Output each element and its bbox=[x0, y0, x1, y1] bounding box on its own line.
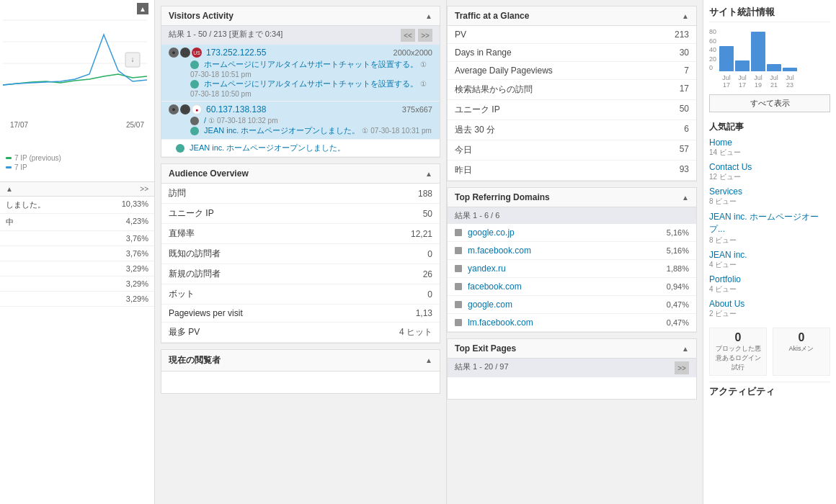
traffic-glance-collapse-button[interactable]: ▲ bbox=[682, 12, 689, 20]
ref-dot bbox=[455, 265, 462, 272]
visitor-2-sub-1: / ① 07-30-18 10:32 pm bbox=[169, 116, 432, 125]
current-visitors-collapse-button[interactable]: ▲ bbox=[425, 356, 432, 364]
left-lower-nav-button[interactable]: >> bbox=[140, 185, 148, 193]
top-exit-header: Top Exit Pages ▲ bbox=[448, 339, 696, 359]
current-visitors-panel: 現在の閲覧者 ▲ bbox=[161, 349, 440, 394]
popular-article-views: 4 ビュー bbox=[709, 260, 830, 270]
ref-domain[interactable]: google.com bbox=[468, 300, 661, 310]
visitor-3-link[interactable]: JEAN inc. ホームページオープンしました。 bbox=[190, 143, 345, 152]
ref-dot bbox=[455, 283, 462, 290]
visitor-2-sub2-time: ① 07-30-18 10:31 pm bbox=[362, 127, 431, 135]
audience-value: 4 ヒット bbox=[342, 323, 440, 343]
audience-overview-collapse-button[interactable]: ▲ bbox=[425, 170, 432, 178]
left-list-value: 3,76% bbox=[126, 249, 148, 258]
ref-domain[interactable]: lm.facebook.com bbox=[468, 318, 661, 328]
stat-akis-label: Akisメン bbox=[776, 344, 827, 354]
audience-label: ユニーク IP bbox=[161, 204, 342, 224]
left-lower-expand-button[interactable]: ▲ bbox=[6, 185, 13, 193]
top-referring-collapse-button[interactable]: ▲ bbox=[682, 194, 689, 202]
visitors-activity-collapse-button[interactable]: ▲ bbox=[425, 12, 432, 20]
top-exit-nav-next[interactable]: >> bbox=[675, 361, 689, 374]
audience-value: 0 bbox=[342, 244, 440, 264]
mini-bar-label-item: Jul 19 bbox=[751, 74, 765, 89]
traffic-row: 検索結果からの訪問17 bbox=[448, 80, 696, 100]
visitor-2-sub2-link[interactable]: JEAN inc. ホームページオープンしました。 bbox=[204, 126, 360, 135]
traffic-value: 213 bbox=[675, 30, 689, 40]
legend-dot-previous bbox=[6, 157, 12, 159]
popular-article-link[interactable]: About Us bbox=[709, 299, 830, 309]
traffic-row: PV213 bbox=[448, 26, 696, 44]
referring-domain-row: facebook.com0,94% bbox=[448, 278, 696, 296]
visitor-2-sub1-icon bbox=[190, 117, 199, 125]
mini-chart-inner: 80 60 40 20 0 Jul 17Jul 17Jul 19Jul 21Ju… bbox=[709, 28, 830, 89]
traffic-glance-panel: Traffic at a Glance ▲ PV213Days in Range… bbox=[447, 6, 697, 181]
ref-domain[interactable]: yandex.ru bbox=[468, 264, 661, 274]
ref-domain[interactable]: facebook.com bbox=[468, 282, 661, 292]
left-list-value: 4,23% bbox=[126, 217, 148, 228]
visitor-2-ip: 60.137.138.138 bbox=[206, 104, 398, 114]
top-referring-title: Top Referring Domains bbox=[455, 192, 550, 202]
current-visitors-body bbox=[161, 372, 440, 393]
legend-label-previous: 7 IP (previous) bbox=[14, 154, 61, 162]
audience-label: ボット bbox=[161, 284, 342, 305]
traffic-label: ユニーク IP bbox=[455, 104, 500, 116]
left-list-item: 3,29% bbox=[0, 276, 154, 292]
popular-article-link[interactable]: JEAN inc. ホームページオープ... bbox=[709, 211, 830, 235]
visitor-2-sub1-link[interactable]: / bbox=[204, 116, 206, 125]
visitors-nav-prev[interactable]: << bbox=[401, 29, 415, 42]
ref-domain[interactable]: m.facebook.com bbox=[468, 246, 661, 256]
popular-article-item: JEAN inc. ホームページオープ...8 ビュー bbox=[709, 211, 830, 246]
ref-pct: 0,47% bbox=[667, 318, 689, 327]
popular-article-views: 8 ビュー bbox=[709, 197, 830, 207]
popular-article-views: 8 ビュー bbox=[709, 235, 830, 246]
show-all-button[interactable]: すべて表示 bbox=[709, 94, 830, 112]
mini-bar-item bbox=[767, 64, 781, 71]
stat-logins-num: 0 bbox=[713, 331, 763, 344]
legend-item-previous: 7 IP (previous) bbox=[6, 154, 148, 162]
visitor-1-sub1-link[interactable]: ホームページにリアルタイムサポートチャットを設置する。 bbox=[204, 60, 418, 68]
left-list-item: 3,76% bbox=[0, 231, 154, 246]
chart-legend: 7 IP (previous) 7 IP bbox=[0, 151, 154, 176]
visitor-2-flag: ● bbox=[192, 104, 202, 114]
left-lower-header: ▲ >> bbox=[0, 181, 154, 197]
chart-x-labels: 17/07 25/07 bbox=[3, 121, 151, 129]
popular-article-link[interactable]: Contact Us bbox=[709, 162, 830, 172]
mini-bar-item bbox=[751, 32, 765, 71]
audience-value: 12,21 bbox=[342, 224, 440, 244]
audience-table-row: 直帰率12,21 bbox=[161, 224, 440, 244]
traffic-label: 過去 30 分 bbox=[455, 124, 495, 136]
stat-logins-label: ブロックした悪意あるログイン試行 bbox=[713, 344, 763, 372]
mini-bar-label-item: Jul 21 bbox=[767, 74, 781, 89]
popular-article-link[interactable]: Services bbox=[709, 186, 830, 197]
audience-table-row: ボット0 bbox=[161, 284, 440, 305]
y-label-0: 0 bbox=[709, 64, 716, 71]
top-exit-nav: >> bbox=[675, 361, 689, 374]
popular-article-link[interactable]: JEAN inc. bbox=[709, 250, 830, 260]
traffic-row: ユニーク IP50 bbox=[448, 100, 696, 120]
top-exit-panel: Top Exit Pages ▲ 結果 1 - 20 / 97 >> bbox=[447, 338, 697, 400]
popular-article-item: Home14 ビュー bbox=[709, 138, 830, 158]
left-panel: ▲ ↓ 17/07 25/0 bbox=[0, 0, 155, 504]
popular-article-views: 4 ビュー bbox=[709, 284, 830, 294]
mini-bar-chart: 80 60 40 20 0 Jul 17Jul 17Jul 19Jul 21Ju… bbox=[709, 28, 830, 89]
visitor-2-sub1-time: ① 07-30-18 10:32 pm bbox=[208, 117, 277, 125]
audience-value: 26 bbox=[342, 264, 440, 284]
left-list-item: 中4,23% bbox=[0, 214, 154, 231]
popular-article-link[interactable]: Portfolio bbox=[709, 274, 830, 284]
ref-pct: 0,94% bbox=[667, 282, 689, 291]
visitor-1-sub1-icon bbox=[190, 60, 199, 69]
ref-dot bbox=[455, 301, 462, 308]
visitor-1-size: 2000x2000 bbox=[393, 48, 432, 57]
visitor-1-sub2-link[interactable]: ホームページにリアルタイムサポートチャットを設置する。 bbox=[204, 79, 418, 88]
chart-up-button[interactable]: ▲ bbox=[137, 3, 148, 14]
visitors-nav-next[interactable]: >> bbox=[418, 29, 432, 42]
popular-article-link[interactable]: Home bbox=[709, 138, 830, 148]
stat-box-logins: 0 ブロックした悪意あるログイン試行 bbox=[709, 328, 767, 376]
ref-domain[interactable]: google.co.jp bbox=[468, 228, 661, 238]
audience-table-row: 新規の訪問者26 bbox=[161, 264, 440, 284]
audience-value: 0 bbox=[342, 284, 440, 305]
mini-bars-area: Jul 17Jul 17Jul 19Jul 21Jul 23 bbox=[719, 28, 797, 89]
top-exit-collapse-button[interactable]: ▲ bbox=[682, 345, 689, 353]
visitors-activity-title: Visitors Activity bbox=[169, 11, 234, 21]
traffic-value: 6 bbox=[684, 124, 689, 136]
